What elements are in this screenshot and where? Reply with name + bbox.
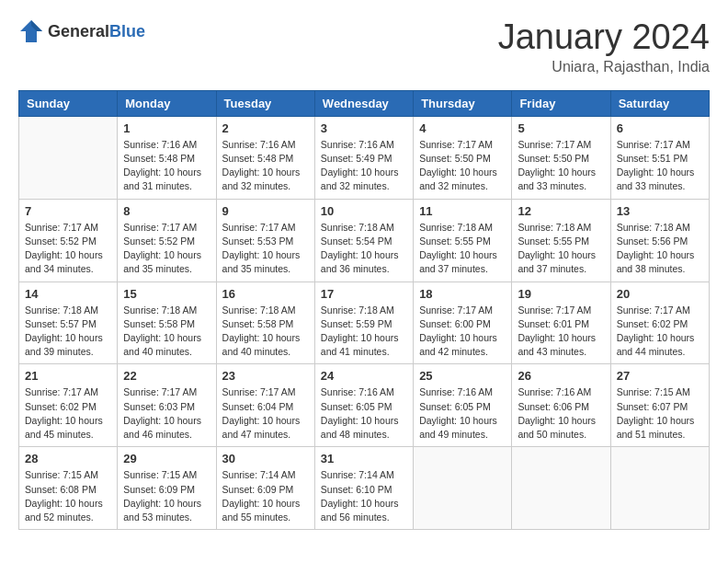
- day-number: 19: [518, 287, 604, 301]
- page-header: GeneralBlue January 2024 Uniara, Rajasth…: [18, 18, 710, 75]
- day-info: Sunrise: 7:16 AMSunset: 5:48 PMDaylight:…: [222, 138, 309, 194]
- day-number: 7: [25, 204, 111, 218]
- calendar-header-row: SundayMondayTuesdayWednesdayThursdayFrid…: [19, 90, 710, 116]
- day-info: Sunrise: 7:18 AMSunset: 5:57 PMDaylight:…: [25, 304, 111, 360]
- day-number: 28: [25, 452, 111, 465]
- col-header-sunday: Sunday: [19, 90, 118, 116]
- day-info: Sunrise: 7:17 AMSunset: 6:04 PMDaylight:…: [222, 385, 309, 442]
- logo: GeneralBlue: [18, 18, 145, 44]
- calendar-cell: 31Sunrise: 7:14 AMSunset: 6:10 PMDayligh…: [314, 447, 413, 530]
- logo-blue: Blue: [109, 22, 145, 40]
- calendar-cell: 2Sunrise: 7:16 AMSunset: 5:48 PMDaylight…: [216, 116, 314, 199]
- col-header-thursday: Thursday: [414, 90, 512, 116]
- day-info: Sunrise: 7:17 AMSunset: 5:52 PMDaylight:…: [25, 221, 111, 277]
- day-info: Sunrise: 7:18 AMSunset: 5:58 PMDaylight:…: [123, 304, 210, 360]
- day-info: Sunrise: 7:14 AMSunset: 6:10 PMDaylight:…: [321, 468, 407, 524]
- day-number: 29: [123, 452, 210, 465]
- col-header-wednesday: Wednesday: [314, 90, 413, 116]
- day-number: 31: [321, 452, 407, 465]
- day-number: 30: [222, 452, 309, 465]
- calendar-cell: [512, 447, 610, 530]
- calendar-cell: 17Sunrise: 7:18 AMSunset: 5:59 PMDayligh…: [314, 282, 413, 364]
- col-header-monday: Monday: [118, 90, 216, 116]
- day-number: 23: [222, 369, 309, 383]
- day-info: Sunrise: 7:16 AMSunset: 5:49 PMDaylight:…: [321, 138, 407, 194]
- calendar-cell: 16Sunrise: 7:18 AMSunset: 5:58 PMDayligh…: [216, 282, 314, 364]
- day-number: 26: [518, 369, 604, 383]
- calendar-cell: 4Sunrise: 7:17 AMSunset: 5:50 PMDaylight…: [414, 116, 512, 199]
- day-info: Sunrise: 7:15 AMSunset: 6:08 PMDaylight:…: [25, 468, 111, 524]
- logo-icon: [18, 18, 44, 44]
- day-number: 8: [123, 204, 210, 218]
- day-info: Sunrise: 7:17 AMSunset: 5:53 PMDaylight:…: [222, 221, 309, 277]
- day-info: Sunrise: 7:17 AMSunset: 6:03 PMDaylight:…: [123, 385, 210, 442]
- day-number: 18: [419, 287, 506, 301]
- calendar-cell: [610, 447, 709, 530]
- calendar-cell: 27Sunrise: 7:15 AMSunset: 6:07 PMDayligh…: [610, 364, 709, 447]
- calendar-cell: 30Sunrise: 7:14 AMSunset: 6:09 PMDayligh…: [216, 447, 314, 530]
- calendar-cell: 18Sunrise: 7:17 AMSunset: 6:00 PMDayligh…: [414, 282, 512, 364]
- calendar-cell: 29Sunrise: 7:15 AMSunset: 6:09 PMDayligh…: [118, 447, 216, 530]
- calendar-cell: 11Sunrise: 7:18 AMSunset: 5:55 PMDayligh…: [414, 199, 512, 282]
- calendar-cell: [19, 116, 118, 199]
- day-number: 27: [617, 369, 703, 383]
- day-info: Sunrise: 7:18 AMSunset: 5:56 PMDaylight:…: [617, 221, 703, 277]
- day-info: Sunrise: 7:18 AMSunset: 5:54 PMDaylight:…: [321, 221, 407, 277]
- day-number: 16: [222, 287, 309, 301]
- day-number: 1: [123, 121, 210, 135]
- title-block: January 2024 Uniara, Rajasthan, India: [498, 18, 710, 75]
- calendar-cell: 28Sunrise: 7:15 AMSunset: 6:08 PMDayligh…: [19, 447, 118, 530]
- day-number: 20: [617, 287, 703, 301]
- calendar-cell: 13Sunrise: 7:18 AMSunset: 5:56 PMDayligh…: [610, 199, 709, 282]
- calendar-cell: [414, 447, 512, 530]
- day-number: 24: [321, 369, 407, 383]
- calendar-cell: 22Sunrise: 7:17 AMSunset: 6:03 PMDayligh…: [118, 364, 216, 447]
- month-year-title: January 2024: [498, 18, 710, 57]
- day-info: Sunrise: 7:17 AMSunset: 6:02 PMDaylight:…: [617, 304, 703, 360]
- day-number: 6: [617, 121, 703, 135]
- day-number: 25: [419, 369, 506, 383]
- calendar-cell: 15Sunrise: 7:18 AMSunset: 5:58 PMDayligh…: [118, 282, 216, 364]
- day-number: 12: [518, 204, 604, 218]
- calendar-cell: 20Sunrise: 7:17 AMSunset: 6:02 PMDayligh…: [610, 282, 709, 364]
- calendar-cell: 14Sunrise: 7:18 AMSunset: 5:57 PMDayligh…: [19, 282, 118, 364]
- day-number: 9: [222, 204, 309, 218]
- calendar-cell: 9Sunrise: 7:17 AMSunset: 5:53 PMDaylight…: [216, 199, 314, 282]
- calendar-cell: 21Sunrise: 7:17 AMSunset: 6:02 PMDayligh…: [19, 364, 118, 447]
- day-info: Sunrise: 7:14 AMSunset: 6:09 PMDaylight:…: [222, 468, 309, 524]
- day-number: 5: [518, 121, 604, 135]
- day-info: Sunrise: 7:17 AMSunset: 6:01 PMDaylight:…: [518, 304, 604, 360]
- col-header-friday: Friday: [512, 90, 610, 116]
- calendar-body: 1Sunrise: 7:16 AMSunset: 5:48 PMDaylight…: [19, 116, 710, 529]
- calendar-cell: 19Sunrise: 7:17 AMSunset: 6:01 PMDayligh…: [512, 282, 610, 364]
- day-number: 21: [25, 369, 111, 383]
- calendar-table: SundayMondayTuesdayWednesdayThursdayFrid…: [18, 90, 710, 530]
- week-row-3: 14Sunrise: 7:18 AMSunset: 5:57 PMDayligh…: [19, 282, 710, 364]
- week-row-4: 21Sunrise: 7:17 AMSunset: 6:02 PMDayligh…: [19, 364, 710, 447]
- calendar-cell: 23Sunrise: 7:17 AMSunset: 6:04 PMDayligh…: [216, 364, 314, 447]
- day-number: 17: [321, 287, 407, 301]
- calendar-cell: 6Sunrise: 7:17 AMSunset: 5:51 PMDaylight…: [610, 116, 709, 199]
- day-info: Sunrise: 7:16 AMSunset: 6:05 PMDaylight:…: [419, 385, 506, 442]
- day-number: 15: [123, 287, 210, 301]
- calendar-cell: 7Sunrise: 7:17 AMSunset: 5:52 PMDaylight…: [19, 199, 118, 282]
- col-header-saturday: Saturday: [610, 90, 709, 116]
- calendar-cell: 3Sunrise: 7:16 AMSunset: 5:49 PMDaylight…: [314, 116, 413, 199]
- day-info: Sunrise: 7:18 AMSunset: 5:55 PMDaylight:…: [419, 221, 506, 277]
- day-info: Sunrise: 7:17 AMSunset: 5:50 PMDaylight:…: [518, 138, 604, 194]
- day-info: Sunrise: 7:16 AMSunset: 5:48 PMDaylight:…: [123, 138, 210, 194]
- day-info: Sunrise: 7:18 AMSunset: 5:55 PMDaylight:…: [518, 221, 604, 277]
- col-header-tuesday: Tuesday: [216, 90, 314, 116]
- day-info: Sunrise: 7:17 AMSunset: 5:50 PMDaylight:…: [419, 138, 506, 194]
- calendar-cell: 5Sunrise: 7:17 AMSunset: 5:50 PMDaylight…: [512, 116, 610, 199]
- day-number: 10: [321, 204, 407, 218]
- day-info: Sunrise: 7:18 AMSunset: 5:59 PMDaylight:…: [321, 304, 407, 360]
- calendar-cell: 26Sunrise: 7:16 AMSunset: 6:06 PMDayligh…: [512, 364, 610, 447]
- day-info: Sunrise: 7:16 AMSunset: 6:06 PMDaylight:…: [518, 385, 604, 442]
- day-number: 3: [321, 121, 407, 135]
- logo-general: General: [48, 22, 109, 40]
- day-info: Sunrise: 7:15 AMSunset: 6:07 PMDaylight:…: [617, 385, 703, 442]
- calendar-cell: 1Sunrise: 7:16 AMSunset: 5:48 PMDaylight…: [118, 116, 216, 199]
- day-info: Sunrise: 7:17 AMSunset: 6:00 PMDaylight:…: [419, 304, 506, 360]
- day-number: 11: [419, 204, 506, 218]
